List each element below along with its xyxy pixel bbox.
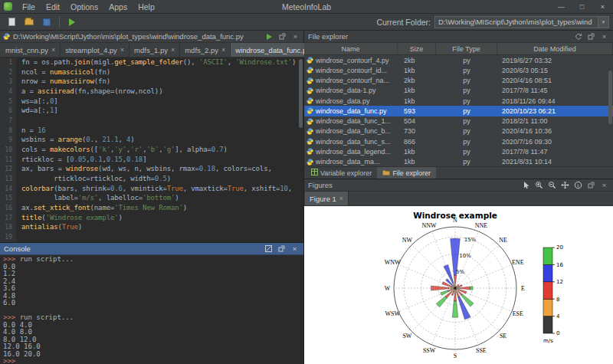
file-row[interactable]: windrose_data_ma... 1kb py 2021/8/31 10:… bbox=[304, 157, 613, 167]
figure-tab[interactable]: Figure 1 × bbox=[305, 192, 349, 205]
close-icon[interactable]: × bbox=[171, 46, 175, 54]
file-row[interactable]: windrose_data_func.py 593 py 2020/10/23 … bbox=[304, 106, 613, 116]
folder-icon bbox=[382, 169, 390, 177]
zoom-in-icon[interactable] bbox=[534, 180, 544, 190]
scrollbar-thumb[interactable] bbox=[608, 71, 612, 124]
pan-icon[interactable] bbox=[560, 180, 570, 190]
file-row[interactable]: windrose_data_func_s... 866 py 2020/7/16… bbox=[304, 136, 613, 146]
code-line: 16ax.set_xtick_font(name='Times New Roma… bbox=[0, 203, 303, 213]
code-line: 2ncol = numasciicol(fn) bbox=[0, 67, 303, 77]
file-date: 2020/4/16 08:51 bbox=[497, 77, 613, 84]
file-size: 504 bbox=[398, 117, 436, 125]
colorbar-tick-label: 12 bbox=[556, 279, 563, 285]
close-panel-icon[interactable]: × bbox=[599, 180, 609, 190]
file-row[interactable]: windrose_contourf_na... 2kb py 2020/4/16… bbox=[304, 76, 613, 86]
column-header-size[interactable]: Size bbox=[398, 43, 436, 54]
close-panel-icon[interactable]: × bbox=[599, 31, 609, 41]
line-number: 13 bbox=[0, 175, 16, 185]
open-file-button[interactable] bbox=[21, 15, 37, 29]
new-file-button[interactable] bbox=[4, 15, 19, 29]
close-panel-icon[interactable]: × bbox=[290, 244, 300, 254]
direction-label-NE: NE bbox=[499, 237, 507, 244]
file-date: 2020/4/16 10:36 bbox=[497, 127, 613, 135]
editor-tab-mnist_cnn-py[interactable]: mnist_cnn.py× bbox=[1, 43, 61, 57]
identify-icon[interactable]: i bbox=[573, 180, 583, 190]
file-row[interactable]: windrose_data_func_b... 730 py 2020/4/16… bbox=[304, 126, 613, 136]
close-icon[interactable]: × bbox=[221, 46, 225, 54]
column-header-name[interactable]: Name bbox=[304, 43, 398, 54]
float-panel-icon[interactable] bbox=[586, 180, 596, 190]
column-header-file-type[interactable]: File Type bbox=[436, 43, 497, 54]
menu-options[interactable]: Options bbox=[65, 2, 103, 11]
maximize-button[interactable]: □ bbox=[572, 0, 592, 14]
file-row[interactable]: windrose_data.py 1kb py 2018/11/26 09:44 bbox=[304, 96, 613, 106]
column-header-date-modified[interactable]: Date Modified bbox=[497, 43, 613, 54]
file-size: 1kb bbox=[398, 148, 436, 156]
file-explorer-panel: File explorer × NameSizeFile TypeDate Mo… bbox=[304, 31, 613, 179]
windrose-petal-segment bbox=[454, 293, 456, 301]
tab-file-explorer[interactable]: File explorer bbox=[377, 167, 436, 179]
file-row[interactable]: windrose_data-1.py 1kb py 2017/7/8 11:45 bbox=[304, 86, 613, 96]
run-script-button[interactable] bbox=[64, 15, 80, 29]
file-date: 2018/2/1 11:00 bbox=[497, 117, 613, 125]
file-list-scrollbar[interactable] bbox=[608, 55, 613, 166]
figure-canvas[interactable]: Windrose example5%10%15%NNNENEENEEESESES… bbox=[304, 206, 613, 364]
code-line: 9wsbins = arange(0., 21.1, 4) bbox=[0, 135, 303, 145]
menu-help[interactable]: Help bbox=[133, 2, 160, 11]
zoom-out-icon[interactable] bbox=[547, 180, 557, 190]
close-icon[interactable]: × bbox=[120, 46, 124, 54]
scrollbar-thumb[interactable] bbox=[299, 59, 303, 128]
refresh-icon[interactable] bbox=[573, 31, 583, 41]
menu-file[interactable]: File bbox=[17, 2, 41, 11]
editor-tab-streamplot_4-py[interactable]: streamplot_4.py× bbox=[61, 43, 129, 57]
tab-label: Variable explorer bbox=[320, 169, 372, 177]
file-row[interactable]: windrose_contourf_id... 1kb py 2020/6/3 … bbox=[304, 65, 613, 75]
file-type: py bbox=[436, 97, 497, 105]
console-line: 16.0 20.0 bbox=[3, 351, 300, 359]
float-panel-icon[interactable] bbox=[586, 31, 596, 41]
file-row[interactable]: windrose_data_func_1... 504 py 2018/2/1 … bbox=[304, 116, 613, 126]
editor-tab-mdfs_2-py[interactable]: mdfs_2.py× bbox=[180, 43, 231, 57]
close-button[interactable]: × bbox=[592, 0, 613, 14]
close-icon[interactable]: × bbox=[339, 195, 343, 202]
file-name: windrose_contourf_4.py bbox=[316, 57, 389, 64]
console-line: 0.0 4.0 bbox=[3, 322, 300, 330]
console-line: 3.6 bbox=[3, 285, 300, 293]
run-file-icon[interactable] bbox=[267, 34, 272, 40]
code-editor[interactable]: 1fn = os.path.join(migl.get_sample_folde… bbox=[0, 57, 303, 242]
colorbar-tick-label: 0 bbox=[556, 330, 559, 336]
file-name: windrose_data_func_b... bbox=[316, 127, 391, 135]
editor-tab-mdfs_1-py[interactable]: mdfs_1.py× bbox=[129, 43, 180, 57]
figures-title: Figures bbox=[308, 181, 333, 189]
windrose-petal-segment bbox=[431, 286, 448, 290]
save-button[interactable] bbox=[39, 15, 54, 29]
clear-console-icon[interactable] bbox=[264, 244, 274, 254]
file-row[interactable]: windrose_contourf_4.py 2kb py 2019/6/27 … bbox=[304, 55, 613, 65]
colorbar-tick-label: 16 bbox=[556, 262, 563, 268]
cursor-icon[interactable] bbox=[521, 180, 531, 190]
editor-scrollbar[interactable] bbox=[298, 57, 303, 242]
save-icon bbox=[43, 18, 51, 26]
close-icon[interactable]: × bbox=[51, 46, 55, 54]
chevron-down-icon[interactable]: ▼ bbox=[598, 17, 608, 28]
float-panel-icon[interactable] bbox=[277, 244, 287, 254]
current-folder-combobox[interactable]: D:\Working\MIScript\Jython\mis\plot_type… bbox=[434, 16, 609, 28]
console-output[interactable]: >>> run script...0.01.22.43.64.86.0 >>> … bbox=[0, 255, 303, 364]
console-line: 12.0 16.0 bbox=[3, 343, 300, 351]
close-panel-icon[interactable]: × bbox=[290, 31, 300, 41]
direction-label-W: W bbox=[385, 285, 391, 292]
file-name: windrose_data-1.py bbox=[316, 87, 376, 94]
python-file-icon bbox=[306, 159, 313, 166]
menu-apps[interactable]: Apps bbox=[103, 2, 133, 11]
file-row[interactable]: windrose_data_legend... 1kb py 2017/7/8 … bbox=[304, 146, 613, 156]
float-panel-icon[interactable] bbox=[277, 31, 287, 41]
direction-label-SSE: SSE bbox=[476, 347, 487, 354]
windrose-petal-segment bbox=[449, 287, 454, 289]
figures-header: Figures i × bbox=[304, 179, 613, 192]
minimize-button[interactable]: — bbox=[551, 0, 572, 14]
console-panel: Console × >>> run script...0.01.22.43.64… bbox=[0, 242, 303, 364]
tab-variable-explorer[interactable]: Variable explorer bbox=[306, 167, 377, 179]
menu-edit[interactable]: Edit bbox=[41, 2, 65, 11]
open-folder-icon bbox=[25, 19, 34, 25]
code-line: 19 bbox=[0, 232, 303, 242]
